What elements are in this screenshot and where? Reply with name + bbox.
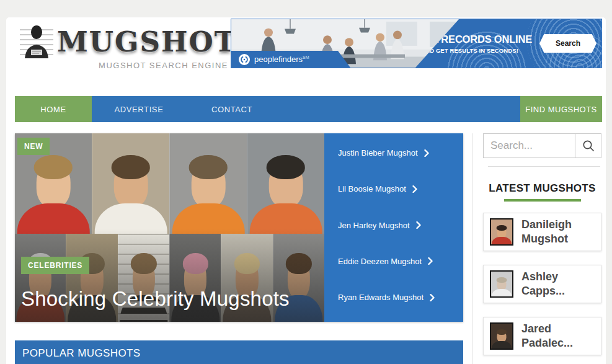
new-badge: NEW [17, 138, 50, 155]
hero-title: Shocking Celebrity Mugshots [21, 287, 290, 311]
latest-mugshots-list: Danileigh Mugshot Ashley Capps... Jared [483, 213, 601, 355]
latest-mugshot-item[interactable]: Jared Padalec... [483, 317, 601, 355]
mugshot-name: Jared Padalec... [521, 322, 573, 350]
content-column: NEW CELEBRITIES Shocking Celebrity Mugsh… [15, 133, 463, 364]
search-input[interactable] [484, 134, 575, 158]
sidebar: LATEST MUGSHOTS Danileigh Mugshot Ashley… [483, 133, 601, 364]
search-button[interactable] [575, 134, 601, 158]
latest-mugshots-heading: LATEST MUGSHOTS [483, 182, 601, 195]
mugshot-thumbnail [490, 270, 513, 298]
hero-link[interactable]: Eddie Deezen Mugshot [338, 257, 455, 266]
mugshot-name: Ashley Capps... [521, 270, 565, 298]
peoplefinders-ribbon: peoplefindersSM [231, 51, 350, 68]
hero-link[interactable]: Justin Bieber Mugshot [338, 148, 455, 158]
chevron-right-icon [416, 221, 421, 229]
main-nav: HOME ADVERTISE CONTACT FIND MUGSHOTS [15, 96, 602, 122]
mugshot-thumbnail [490, 322, 513, 350]
search-box [483, 133, 601, 158]
hero-link[interactable]: Jen Harley Mugshot [338, 221, 455, 230]
mugshot-photo [169, 133, 247, 234]
peoplefinders-brand: peoplefindersSM [254, 55, 309, 64]
latest-mugshot-item[interactable]: Ashley Capps... [483, 265, 601, 303]
ad-search-button[interactable]: Search [539, 34, 596, 53]
popular-mugshots-header: POPULAR MUGSHOTS [15, 340, 463, 364]
main-area: NEW CELEBRITIES Shocking Celebrity Mugsh… [15, 133, 606, 364]
mugshot-photo [247, 133, 324, 234]
chevron-right-icon [430, 294, 435, 301]
nav-item-find-mugshots[interactable]: FIND MUGSHOTS [520, 96, 602, 122]
page-container: MUGSHOTS .org MUGSHOT SEARCH ENGINE [6, 17, 606, 364]
nav-item-home[interactable]: HOME [15, 96, 92, 122]
logo-tagline: MUGSHOT SEARCH ENGINE [24, 61, 228, 70]
latest-mugshot-item[interactable]: Danileigh Mugshot [483, 213, 601, 251]
mugshot-thumbnail [490, 218, 513, 246]
search-icon [582, 139, 595, 153]
hero-links-panel: Justin Bieber Mugshot Lil Boosie Mugshot… [324, 133, 463, 322]
ad-banner[interactable]: VIEW CRIMINAL RECORDS ONLINE SEARCH ANY … [231, 19, 602, 68]
content-divider [472, 133, 473, 364]
peoplefinders-logo-icon [239, 54, 250, 65]
chevron-right-icon [428, 257, 433, 265]
chevron-right-icon [424, 149, 429, 157]
nav-item-advertise[interactable]: ADVERTISE [92, 96, 186, 122]
site-header: MUGSHOTS .org MUGSHOT SEARCH ENGINE [6, 17, 606, 90]
heading-underline [504, 199, 581, 202]
nav-item-contact[interactable]: CONTACT [186, 96, 278, 122]
logo-title: MUGSHOTS [57, 25, 258, 58]
hero-slide[interactable]: NEW CELEBRITIES Shocking Celebrity Mugsh… [15, 133, 463, 322]
celebrities-badge: CELEBRITIES [21, 257, 89, 274]
mugshot-photo [92, 133, 169, 234]
chevron-right-icon [412, 185, 417, 193]
hero-link[interactable]: Lil Boosie Mugshot [338, 184, 455, 193]
mugshot-name: Danileigh Mugshot [521, 218, 572, 246]
sidebar-divider [488, 166, 600, 167]
hero-link[interactable]: Ryan Edwards Mugshot [338, 293, 455, 302]
mugshot-person-icon [19, 22, 55, 61]
